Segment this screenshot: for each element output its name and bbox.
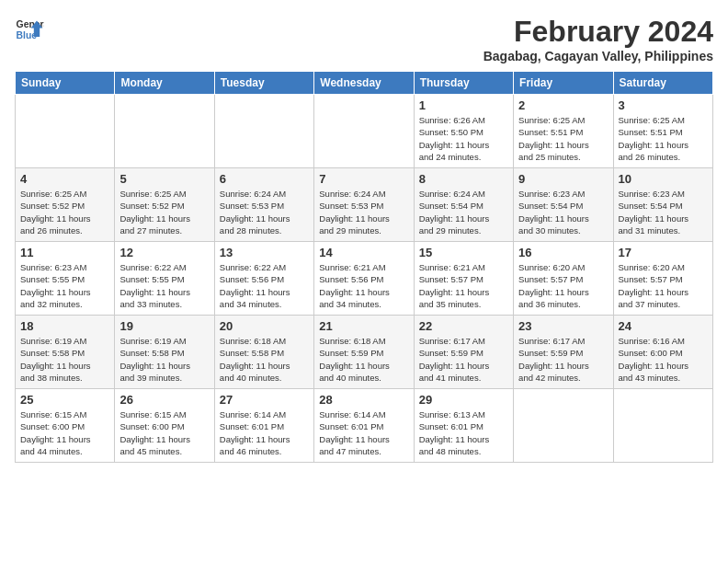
day-number: 21 [319, 319, 408, 333]
day-info: Sunrise: 6:22 AM Sunset: 5:56 PM Dayligh… [220, 261, 309, 310]
day-info: Sunrise: 6:23 AM Sunset: 5:54 PM Dayligh… [518, 188, 608, 236]
day-info: Sunrise: 6:25 AM Sunset: 5:52 PM Dayligh… [119, 188, 209, 236]
day-cell: 21Sunrise: 6:18 AM Sunset: 5:59 PM Dayli… [314, 316, 414, 389]
day-info: Sunrise: 6:25 AM Sunset: 5:51 PM Dayligh… [518, 114, 608, 163]
day-cell: 17Sunrise: 6:20 AM Sunset: 5:57 PM Dayli… [613, 242, 712, 316]
day-cell: 16Sunrise: 6:20 AM Sunset: 5:57 PM Dayli… [514, 242, 613, 316]
header-tuesday: Tuesday [214, 72, 313, 95]
day-cell: 12Sunrise: 6:22 AM Sunset: 5:55 PM Dayli… [115, 242, 214, 316]
day-info: Sunrise: 6:26 AM Sunset: 5:50 PM Dayligh… [419, 114, 508, 163]
day-number: 16 [518, 246, 608, 259]
day-info: Sunrise: 6:23 AM Sunset: 5:54 PM Dayligh… [619, 188, 708, 236]
header-monday: Monday [115, 72, 214, 95]
day-info: Sunrise: 6:14 AM Sunset: 6:01 PM Dayligh… [220, 408, 309, 457]
day-cell: 20Sunrise: 6:18 AM Sunset: 5:58 PM Dayli… [214, 316, 313, 389]
day-cell: 22Sunrise: 6:17 AM Sunset: 5:59 PM Dayli… [414, 316, 513, 389]
day-number: 20 [220, 319, 309, 333]
day-info: Sunrise: 6:17 AM Sunset: 5:59 PM Dayligh… [419, 335, 508, 384]
day-info: Sunrise: 6:18 AM Sunset: 5:58 PM Dayligh… [220, 335, 309, 384]
week-row-0: 1Sunrise: 6:26 AM Sunset: 5:50 PM Daylig… [16, 95, 713, 168]
header-wednesday: Wednesday [314, 72, 414, 95]
day-number: 24 [619, 319, 708, 333]
day-number: 9 [518, 172, 608, 186]
day-number: 1 [419, 98, 508, 112]
day-cell: 14Sunrise: 6:21 AM Sunset: 5:56 PM Dayli… [314, 242, 414, 316]
day-number: 17 [619, 246, 708, 259]
day-cell: 18Sunrise: 6:19 AM Sunset: 5:58 PM Dayli… [16, 316, 115, 389]
day-info: Sunrise: 6:25 AM Sunset: 5:51 PM Dayligh… [619, 114, 708, 163]
day-cell [613, 389, 712, 463]
day-info: Sunrise: 6:19 AM Sunset: 5:58 PM Dayligh… [119, 335, 209, 384]
subtitle: Bagabag, Cagayan Valley, Philippines [483, 49, 713, 63]
day-number: 6 [220, 172, 309, 186]
day-info: Sunrise: 6:24 AM Sunset: 5:53 PM Dayligh… [319, 188, 408, 236]
day-cell: 25Sunrise: 6:15 AM Sunset: 6:00 PM Dayli… [16, 389, 115, 463]
day-cell [314, 95, 414, 168]
day-number: 28 [319, 393, 408, 407]
day-info: Sunrise: 6:18 AM Sunset: 5:59 PM Dayligh… [319, 335, 408, 384]
header-sunday: Sunday [16, 72, 115, 95]
day-number: 19 [119, 319, 209, 333]
day-cell: 10Sunrise: 6:23 AM Sunset: 5:54 PM Dayli… [613, 168, 712, 242]
day-number: 10 [619, 172, 708, 186]
day-info: Sunrise: 6:20 AM Sunset: 5:57 PM Dayligh… [619, 261, 708, 310]
day-info: Sunrise: 6:13 AM Sunset: 6:01 PM Dayligh… [419, 408, 508, 457]
logo-icon: General Blue [15, 15, 44, 44]
day-number: 8 [419, 172, 508, 186]
day-cell: 23Sunrise: 6:17 AM Sunset: 5:59 PM Dayli… [514, 316, 613, 389]
day-number: 7 [319, 172, 408, 186]
week-row-3: 18Sunrise: 6:19 AM Sunset: 5:58 PM Dayli… [16, 316, 713, 389]
day-cell: 13Sunrise: 6:22 AM Sunset: 5:56 PM Dayli… [214, 242, 313, 316]
day-cell: 11Sunrise: 6:23 AM Sunset: 5:55 PM Dayli… [16, 242, 115, 316]
day-cell [214, 95, 313, 168]
day-info: Sunrise: 6:17 AM Sunset: 5:59 PM Dayligh… [518, 335, 608, 384]
day-cell: 5Sunrise: 6:25 AM Sunset: 5:52 PM Daylig… [115, 168, 214, 242]
day-cell: 2Sunrise: 6:25 AM Sunset: 5:51 PM Daylig… [514, 95, 613, 168]
day-cell [115, 95, 214, 168]
header-thursday: Thursday [414, 72, 513, 95]
day-number: 15 [419, 246, 508, 259]
day-info: Sunrise: 6:24 AM Sunset: 5:54 PM Dayligh… [419, 188, 508, 236]
day-cell: 4Sunrise: 6:25 AM Sunset: 5:52 PM Daylig… [16, 168, 115, 242]
logo: General Blue [15, 15, 44, 44]
day-cell: 15Sunrise: 6:21 AM Sunset: 5:57 PM Dayli… [414, 242, 513, 316]
day-number: 25 [20, 393, 109, 407]
day-number: 3 [619, 98, 708, 112]
day-number: 29 [419, 393, 508, 407]
day-number: 2 [518, 98, 608, 112]
calendar-header: Sunday Monday Tuesday Wednesday Thursday… [16, 72, 713, 95]
day-number: 13 [220, 246, 309, 259]
day-number: 11 [20, 246, 109, 259]
day-cell: 26Sunrise: 6:15 AM Sunset: 6:00 PM Dayli… [115, 389, 214, 463]
day-cell: 7Sunrise: 6:24 AM Sunset: 5:53 PM Daylig… [314, 168, 414, 242]
day-number: 4 [20, 172, 109, 186]
day-info: Sunrise: 6:16 AM Sunset: 6:00 PM Dayligh… [619, 335, 708, 384]
day-number: 5 [119, 172, 209, 186]
main-title: February 2024 [483, 15, 713, 49]
day-cell: 9Sunrise: 6:23 AM Sunset: 5:54 PM Daylig… [514, 168, 613, 242]
day-cell: 6Sunrise: 6:24 AM Sunset: 5:53 PM Daylig… [214, 168, 313, 242]
title-area: February 2024 Bagabag, Cagayan Valley, P… [483, 15, 713, 63]
week-row-2: 11Sunrise: 6:23 AM Sunset: 5:55 PM Dayli… [16, 242, 713, 316]
day-cell [514, 389, 613, 463]
day-info: Sunrise: 6:23 AM Sunset: 5:55 PM Dayligh… [20, 261, 109, 310]
day-info: Sunrise: 6:24 AM Sunset: 5:53 PM Dayligh… [220, 188, 309, 236]
day-number: 27 [220, 393, 309, 407]
week-row-1: 4Sunrise: 6:25 AM Sunset: 5:52 PM Daylig… [16, 168, 713, 242]
calendar-table: Sunday Monday Tuesday Wednesday Thursday… [15, 71, 713, 463]
day-info: Sunrise: 6:15 AM Sunset: 6:00 PM Dayligh… [119, 408, 209, 457]
day-info: Sunrise: 6:15 AM Sunset: 6:00 PM Dayligh… [20, 408, 109, 457]
day-cell: 29Sunrise: 6:13 AM Sunset: 6:01 PM Dayli… [414, 389, 513, 463]
day-cell: 1Sunrise: 6:26 AM Sunset: 5:50 PM Daylig… [414, 95, 513, 168]
day-cell [16, 95, 115, 168]
day-info: Sunrise: 6:14 AM Sunset: 6:01 PM Dayligh… [319, 408, 408, 457]
day-cell: 27Sunrise: 6:14 AM Sunset: 6:01 PM Dayli… [214, 389, 313, 463]
day-cell: 3Sunrise: 6:25 AM Sunset: 5:51 PM Daylig… [613, 95, 712, 168]
day-cell: 8Sunrise: 6:24 AM Sunset: 5:54 PM Daylig… [414, 168, 513, 242]
day-number: 23 [518, 319, 608, 333]
day-cell: 24Sunrise: 6:16 AM Sunset: 6:00 PM Dayli… [613, 316, 712, 389]
day-number: 26 [119, 393, 209, 407]
day-number: 12 [119, 246, 209, 259]
header-saturday: Saturday [613, 72, 712, 95]
day-info: Sunrise: 6:20 AM Sunset: 5:57 PM Dayligh… [518, 261, 608, 310]
